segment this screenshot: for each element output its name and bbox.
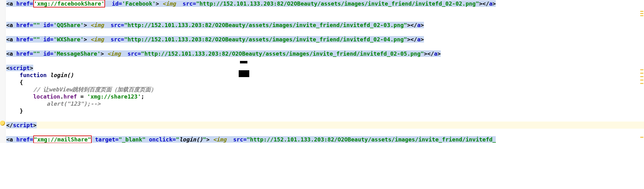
attr-id-value: 'Facebook' [122, 0, 155, 7]
code-line[interactable]: <a href="" id='MessageShare'> <img src="… [6, 50, 644, 57]
code-line-active[interactable]: </script> [6, 122, 644, 129]
warning-mark-icon[interactable] [640, 137, 643, 138]
warning-mark-icon[interactable] [640, 73, 643, 74]
warning-mark-icon[interactable] [640, 83, 643, 84]
code-line[interactable]: <script> [6, 64, 644, 71]
code-line[interactable]: <a href="" id='WXShare'> <img src="http:… [6, 36, 644, 43]
code-line[interactable]: <a href="xmg://mailShare" target="_blank… [6, 136, 644, 143]
error-stripe[interactable] [640, 0, 644, 143]
code-line[interactable]: <a href='xmg://facebookShare' id='Facebo… [6, 0, 644, 7]
code-line[interactable]: { [6, 79, 644, 86]
warning-mark-icon[interactable] [640, 76, 643, 77]
attr-href: href= [16, 0, 33, 7]
attr-target: target= [95, 136, 119, 143]
warning-mark-icon[interactable] [640, 13, 643, 14]
code-line[interactable]: // 让webView跳转到百度页面（加载百度页面） [6, 86, 644, 93]
attr-id: id= [112, 0, 122, 7]
warning-mark-icon[interactable] [640, 80, 643, 81]
code-line[interactable]: function login() [6, 71, 644, 79]
keyword-function: function [20, 72, 47, 78]
intention-bulb-icon[interactable] [0, 121, 5, 126]
warning-mark-icon[interactable] [640, 11, 643, 12]
tag-a-open: <a [6, 0, 16, 7]
code-line[interactable]: <a href="" id='QQShare'> <img src="http:… [6, 21, 644, 29]
code-editor[interactable]: <a href='xmg://facebookShare' id='Facebo… [0, 0, 644, 143]
attr-href-value: 'xmg://facebookShare' [34, 0, 105, 7]
warning-mark-icon[interactable] [640, 15, 643, 16]
attr-src-value: "http://152.101.133.203:82/O2OBeauty/ass… [196, 0, 479, 7]
warning-mark-icon[interactable] [640, 69, 643, 70]
attr-onclick: onclick= [149, 136, 176, 143]
comment: alert("123");--> [47, 100, 100, 107]
code-line[interactable]: alert("123");--> [6, 100, 644, 107]
code-line[interactable]: } [6, 107, 644, 114]
comment: // 让webView跳转到百度页面（加载百度页面） [33, 86, 156, 93]
function-name: login() [47, 72, 74, 78]
cursor-block-icon [239, 70, 249, 77]
code-line[interactable]: location.href = 'xmg://share123'; [6, 93, 644, 100]
attr-src: src= [183, 0, 196, 7]
tag-img: <img [163, 0, 183, 7]
cursor-block-icon [240, 61, 247, 63]
